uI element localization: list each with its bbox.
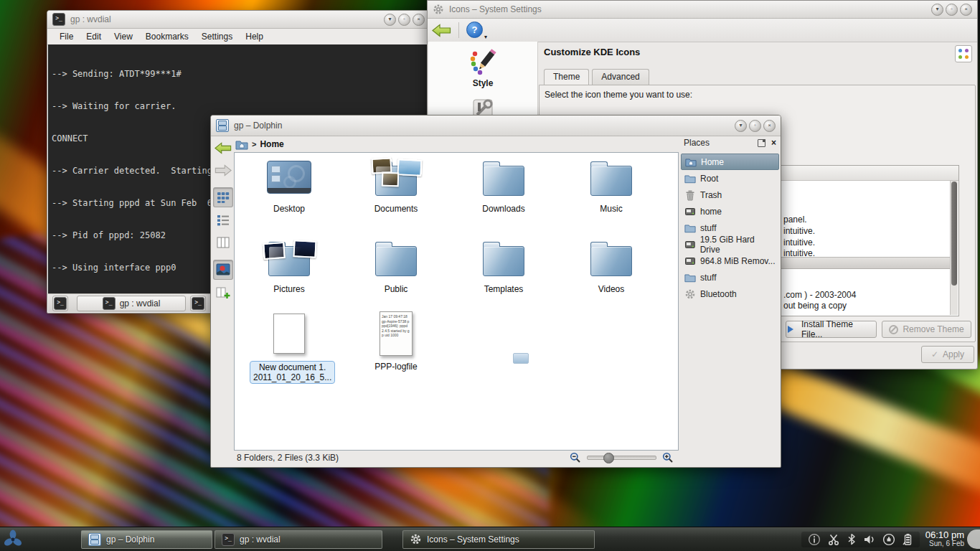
folder-label: Videos [572, 285, 651, 294]
zoom-controls [570, 452, 674, 463]
sidebar-item-style[interactable]: Style [428, 42, 537, 88]
folder-icon [483, 166, 524, 196]
icons-view-icon [217, 191, 230, 204]
terminal-tab[interactable]: >_ gp : wvdial [77, 296, 186, 311]
battery-icon[interactable] [902, 533, 913, 546]
place-removable[interactable]: 964.8 MiB Remov... [681, 253, 779, 269]
taskbar-task-dolphin[interactable]: gp – Dolphin [81, 530, 212, 549]
usb-device-icon[interactable] [882, 533, 895, 546]
folder-item[interactable]: Templates [464, 235, 543, 294]
minimize-button[interactable]: ▾ [931, 4, 943, 16]
place-stuff-2[interactable]: stuff [681, 269, 779, 286]
scrollbar-thumb[interactable] [951, 182, 957, 286]
home-folder-icon[interactable] [235, 138, 248, 150]
folder-label: Templates [464, 285, 543, 294]
kde-logo-icon [3, 529, 23, 550]
terminal-icon: >_ [54, 297, 67, 310]
apply-button[interactable]: ✓ Apply [921, 346, 974, 363]
back-button[interactable] [432, 24, 451, 37]
columns-view-button[interactable] [214, 233, 232, 252]
new-tab-button[interactable]: >_ [52, 296, 68, 311]
folder-item[interactable]: Pictures [250, 235, 329, 294]
import-icon [788, 326, 797, 333]
kde-menu-button[interactable] [0, 527, 26, 551]
place-home-drive[interactable]: home [681, 203, 779, 220]
overview-grid-icon[interactable] [955, 45, 972, 62]
document-icon [273, 314, 305, 354]
place-trash[interactable]: Trash [681, 187, 779, 203]
install-theme-button[interactable]: Install Theme File... [786, 321, 877, 338]
forward-button[interactable] [214, 161, 232, 179]
file-label-selected: New document 1.2011_01_20_16_5... [250, 361, 335, 384]
desktop: >_ gp : wvdial ▾ ◦ × File Edit View Book… [0, 0, 980, 551]
file-item-selected[interactable]: New document 1.2011_01_20_16_5... [250, 309, 329, 384]
folder-item[interactable]: Documents [357, 154, 435, 214]
back-arrow-icon [215, 142, 232, 154]
icons-view-button[interactable] [213, 187, 233, 207]
details-view-button[interactable] [214, 211, 232, 230]
zoom-in-icon[interactable] [662, 452, 674, 463]
zoom-out-icon[interactable] [570, 452, 581, 463]
folder-icon [684, 173, 696, 184]
dolphin-title: gp – Dolphin [234, 121, 282, 131]
clipboard-scissors-icon[interactable] [827, 533, 840, 546]
folder-item[interactable]: Public [357, 235, 435, 294]
list-scrollbar[interactable] [950, 181, 958, 315]
minimize-button[interactable]: ▾ [384, 14, 396, 26]
zoom-slider[interactable] [587, 456, 656, 460]
tab-advanced[interactable]: Advanced [592, 69, 649, 85]
clock[interactable]: 06:10 pm Sun, 6 Feb [925, 531, 964, 548]
remove-theme-button[interactable]: Remove Theme [882, 321, 971, 338]
folder-item[interactable]: Videos [572, 235, 651, 294]
folder-item[interactable]: Downloads [464, 154, 543, 214]
tab-list-button[interactable]: >_ [190, 296, 206, 311]
info-icon[interactable] [808, 533, 821, 546]
preview-button[interactable] [213, 260, 233, 280]
close-button[interactable]: × [763, 120, 776, 132]
file-item[interactable]: Jan 17 09:47:18 gp-Aspire-5738 pppd[1946… [357, 309, 435, 372]
taskbar-task-konsole[interactable]: >_ gp : wvdial [215, 530, 382, 549]
minimize-button[interactable]: ▾ [735, 120, 747, 132]
select-theme-label: Select the icon theme you want to use: [545, 90, 692, 100]
breadcrumb-home[interactable]: Home [260, 139, 283, 149]
menu-help[interactable]: Help [239, 32, 270, 42]
menu-bookmarks[interactable]: Bookmarks [139, 32, 195, 42]
dolphin-titlebar[interactable]: gp – Dolphin ▾ ◦ × [211, 116, 781, 136]
menu-settings[interactable]: Settings [195, 32, 239, 42]
taskbar-task-system-settings[interactable]: Icons – System Settings [402, 530, 595, 549]
breadcrumb: > Home [234, 136, 679, 152]
folder-view[interactable]: Desktop Documents Downloads Music Pictur… [234, 152, 679, 451]
folder-label: Downloads [464, 204, 543, 214]
drag-ghost-icon [513, 353, 529, 364]
system-settings-titlebar[interactable]: Icons – System Settings ▾ ◦ × [428, 1, 977, 19]
menu-view[interactable]: View [108, 32, 139, 42]
help-button[interactable]: ? ▾ [466, 22, 485, 39]
place-root[interactable]: Root [681, 170, 779, 187]
gear-icon [684, 288, 696, 300]
zoom-slider-handle[interactable] [603, 453, 614, 463]
maximize-button[interactable]: ◦ [398, 14, 410, 26]
tab-theme[interactable]: Theme [544, 69, 589, 86]
close-panel-icon[interactable]: × [771, 139, 776, 146]
preview-icon [216, 263, 230, 276]
menu-edit[interactable]: Edit [80, 32, 108, 42]
split-view-button[interactable] [214, 283, 232, 302]
place-hard-drive[interactable]: 19.5 GiB Hard Drive [681, 236, 779, 253]
volume-icon[interactable] [863, 533, 876, 546]
back-button[interactable] [214, 138, 232, 157]
menu-file[interactable]: File [53, 32, 80, 42]
theme-tabs: Theme Advanced [544, 69, 649, 85]
folder-item[interactable]: Desktop [250, 154, 329, 214]
detach-panel-icon[interactable] [758, 139, 765, 147]
place-bluetooth[interactable]: Bluetooth [681, 286, 779, 302]
folder-item[interactable]: Music [572, 154, 651, 214]
maximize-button[interactable]: ◦ [946, 4, 958, 16]
maximize-button[interactable]: ◦ [749, 120, 761, 132]
place-home[interactable]: Home [681, 154, 779, 170]
folder-label: Music [572, 204, 651, 214]
close-button[interactable]: × [960, 4, 972, 16]
konsole-titlebar[interactable]: >_ gp : wvdial ▾ ◦ × [47, 11, 430, 29]
panel-cashew-icon[interactable] [967, 529, 980, 549]
close-button[interactable]: × [413, 14, 425, 26]
bluetooth-icon[interactable] [847, 533, 857, 546]
